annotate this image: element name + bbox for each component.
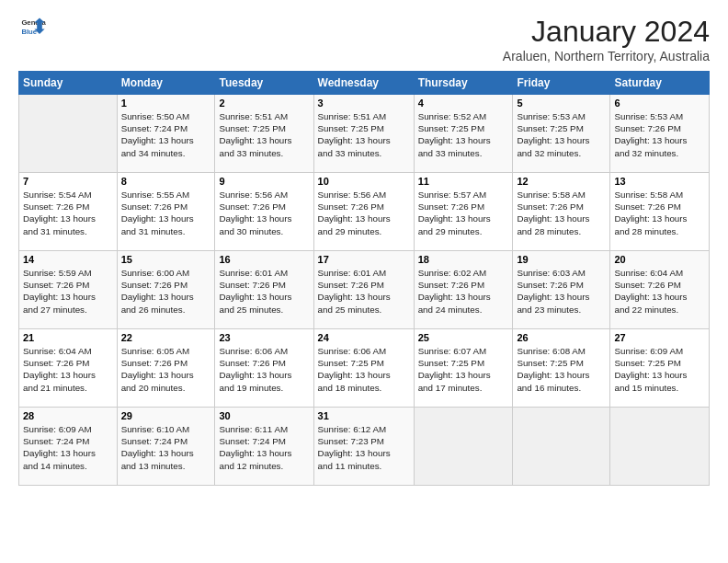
day-info: Sunrise: 5:58 AM Sunset: 7:26 PM Dayligh… [614, 189, 705, 237]
day-info: Sunrise: 5:50 AM Sunset: 7:24 PM Dayligh… [121, 110, 211, 159]
day-number: 2 [219, 98, 309, 109]
day-number: 31 [318, 410, 410, 421]
calendar-day-cell: 16Sunrise: 6:01 AM Sunset: 7:26 PM Dayli… [215, 251, 313, 329]
calendar-day-cell: 29Sunrise: 6:10 AM Sunset: 7:24 PM Dayli… [117, 408, 215, 486]
day-number: 28 [23, 410, 113, 421]
col-tuesday: Tuesday [215, 72, 313, 95]
svg-text:General: General [21, 18, 46, 27]
logo-icon: General Blue [20, 15, 46, 40]
day-number: 8 [121, 176, 211, 187]
day-info: Sunrise: 5:51 AM Sunset: 7:25 PM Dayligh… [219, 110, 309, 159]
day-info: Sunrise: 5:56 AM Sunset: 7:26 PM Dayligh… [318, 189, 410, 237]
day-info: Sunrise: 6:11 AM Sunset: 7:24 PM Dayligh… [219, 423, 309, 472]
calendar-day-cell: 15Sunrise: 6:00 AM Sunset: 7:26 PM Dayli… [117, 251, 215, 329]
header: General Blue January 2024 Araluen, North… [18, 15, 710, 63]
calendar-header-row: Sunday Monday Tuesday Wednesday Thursday… [19, 72, 710, 95]
svg-text:Blue: Blue [21, 28, 37, 36]
day-info: Sunrise: 6:06 AM Sunset: 7:25 PM Dayligh… [318, 345, 410, 394]
day-number: 10 [318, 176, 410, 187]
calendar-week-row: 28Sunrise: 6:09 AM Sunset: 7:24 PM Dayli… [19, 408, 710, 486]
calendar-day-cell: 24Sunrise: 6:06 AM Sunset: 7:25 PM Dayli… [313, 329, 414, 408]
day-info: Sunrise: 6:04 AM Sunset: 7:26 PM Dayligh… [23, 345, 113, 394]
calendar-day-cell: 10Sunrise: 5:56 AM Sunset: 7:26 PM Dayli… [313, 173, 414, 251]
day-info: Sunrise: 6:07 AM Sunset: 7:25 PM Dayligh… [418, 345, 509, 394]
calendar-day-cell [19, 95, 118, 173]
col-sunday: Sunday [19, 72, 118, 95]
day-number: 23 [219, 332, 309, 343]
page: General Blue January 2024 Araluen, North… [0, 0, 728, 563]
calendar-day-cell: 28Sunrise: 6:09 AM Sunset: 7:24 PM Dayli… [19, 408, 118, 486]
calendar-day-cell: 26Sunrise: 6:08 AM Sunset: 7:25 PM Dayli… [513, 329, 610, 408]
day-number: 20 [614, 254, 705, 265]
calendar-day-cell: 12Sunrise: 5:58 AM Sunset: 7:26 PM Dayli… [513, 173, 610, 251]
calendar-week-row: 1Sunrise: 5:50 AM Sunset: 7:24 PM Daylig… [19, 95, 710, 173]
day-info: Sunrise: 6:00 AM Sunset: 7:26 PM Dayligh… [121, 267, 211, 316]
day-info: Sunrise: 6:02 AM Sunset: 7:26 PM Dayligh… [418, 267, 509, 316]
day-number: 22 [121, 332, 211, 343]
calendar-day-cell [414, 408, 513, 486]
calendar-day-cell: 2Sunrise: 5:51 AM Sunset: 7:25 PM Daylig… [215, 95, 313, 173]
day-info: Sunrise: 6:03 AM Sunset: 7:26 PM Dayligh… [517, 267, 606, 316]
calendar-day-cell: 23Sunrise: 6:06 AM Sunset: 7:26 PM Dayli… [215, 329, 313, 408]
day-number: 9 [219, 176, 309, 187]
day-number: 27 [614, 332, 705, 343]
day-number: 4 [418, 98, 509, 109]
day-number: 25 [418, 332, 509, 343]
calendar-day-cell: 7Sunrise: 5:54 AM Sunset: 7:26 PM Daylig… [19, 173, 118, 251]
day-number: 16 [219, 254, 309, 265]
day-info: Sunrise: 5:57 AM Sunset: 7:26 PM Dayligh… [418, 189, 509, 237]
calendar-day-cell [513, 408, 610, 486]
day-info: Sunrise: 6:05 AM Sunset: 7:26 PM Dayligh… [121, 345, 211, 394]
logo: General Blue [18, 15, 46, 40]
calendar-table: Sunday Monday Tuesday Wednesday Thursday… [18, 71, 710, 486]
calendar-day-cell: 19Sunrise: 6:03 AM Sunset: 7:26 PM Dayli… [513, 251, 610, 329]
calendar-day-cell: 13Sunrise: 5:58 AM Sunset: 7:26 PM Dayli… [610, 173, 710, 251]
col-friday: Friday [513, 72, 610, 95]
calendar-day-cell: 4Sunrise: 5:52 AM Sunset: 7:25 PM Daylig… [414, 95, 513, 173]
day-number: 15 [121, 254, 211, 265]
calendar-day-cell: 20Sunrise: 6:04 AM Sunset: 7:26 PM Dayli… [610, 251, 710, 329]
col-wednesday: Wednesday [313, 72, 414, 95]
calendar-day-cell: 31Sunrise: 6:12 AM Sunset: 7:23 PM Dayli… [313, 408, 414, 486]
day-info: Sunrise: 5:55 AM Sunset: 7:26 PM Dayligh… [121, 189, 211, 237]
day-info: Sunrise: 6:01 AM Sunset: 7:26 PM Dayligh… [219, 267, 309, 316]
location: Araluen, Northern Territory, Australia [503, 49, 710, 63]
day-number: 5 [517, 98, 606, 109]
day-info: Sunrise: 6:10 AM Sunset: 7:24 PM Dayligh… [121, 423, 211, 472]
day-number: 6 [614, 98, 705, 109]
calendar-day-cell: 27Sunrise: 6:09 AM Sunset: 7:25 PM Dayli… [610, 329, 710, 408]
calendar-week-row: 14Sunrise: 5:59 AM Sunset: 7:26 PM Dayli… [19, 251, 710, 329]
day-info: Sunrise: 5:56 AM Sunset: 7:26 PM Dayligh… [219, 189, 309, 237]
day-number: 12 [517, 176, 606, 187]
calendar-day-cell: 6Sunrise: 5:53 AM Sunset: 7:26 PM Daylig… [610, 95, 710, 173]
day-number: 17 [318, 254, 410, 265]
day-info: Sunrise: 6:08 AM Sunset: 7:25 PM Dayligh… [517, 345, 606, 394]
day-number: 19 [517, 254, 606, 265]
calendar-day-cell: 18Sunrise: 6:02 AM Sunset: 7:26 PM Dayli… [414, 251, 513, 329]
calendar-day-cell: 21Sunrise: 6:04 AM Sunset: 7:26 PM Dayli… [19, 329, 118, 408]
calendar-day-cell: 25Sunrise: 6:07 AM Sunset: 7:25 PM Dayli… [414, 329, 513, 408]
day-number: 21 [23, 332, 113, 343]
day-info: Sunrise: 5:59 AM Sunset: 7:26 PM Dayligh… [23, 267, 113, 316]
calendar-day-cell: 14Sunrise: 5:59 AM Sunset: 7:26 PM Dayli… [19, 251, 118, 329]
day-number: 1 [121, 98, 211, 109]
day-info: Sunrise: 6:06 AM Sunset: 7:26 PM Dayligh… [219, 345, 309, 394]
day-info: Sunrise: 5:54 AM Sunset: 7:26 PM Dayligh… [23, 189, 113, 237]
calendar-day-cell: 3Sunrise: 5:51 AM Sunset: 7:25 PM Daylig… [313, 95, 414, 173]
day-info: Sunrise: 5:58 AM Sunset: 7:26 PM Dayligh… [517, 189, 606, 237]
day-number: 14 [23, 254, 113, 265]
day-number: 30 [219, 410, 309, 421]
day-number: 7 [23, 176, 113, 187]
day-info: Sunrise: 5:52 AM Sunset: 7:25 PM Dayligh… [418, 110, 509, 159]
calendar-day-cell: 8Sunrise: 5:55 AM Sunset: 7:26 PM Daylig… [117, 173, 215, 251]
day-number: 29 [121, 410, 211, 421]
col-thursday: Thursday [414, 72, 513, 95]
col-monday: Monday [117, 72, 215, 95]
day-number: 13 [614, 176, 705, 187]
calendar-day-cell: 30Sunrise: 6:11 AM Sunset: 7:24 PM Dayli… [215, 408, 313, 486]
calendar-day-cell [610, 408, 710, 486]
day-info: Sunrise: 6:09 AM Sunset: 7:24 PM Dayligh… [23, 423, 113, 472]
day-number: 3 [318, 98, 410, 109]
month-title: January 2024 [503, 15, 710, 49]
day-info: Sunrise: 5:53 AM Sunset: 7:25 PM Dayligh… [517, 110, 606, 159]
